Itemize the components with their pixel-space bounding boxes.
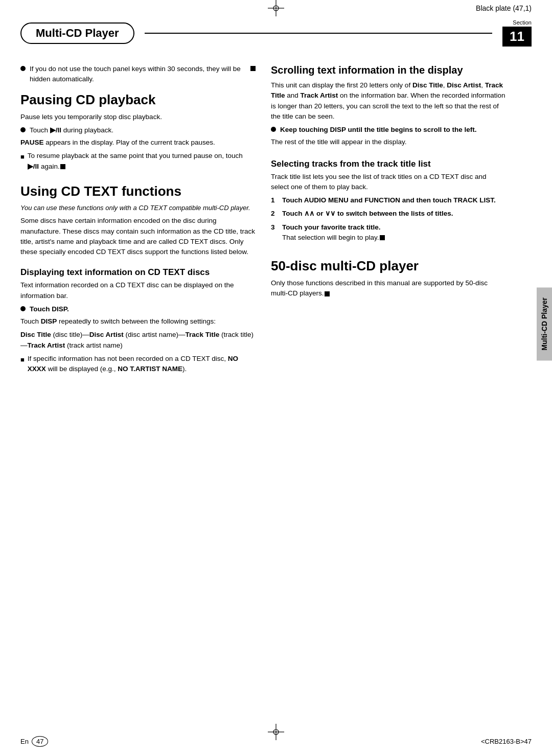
step-3-number: 3 [271, 222, 278, 233]
pausing-heading: Pausing CD playback [20, 92, 256, 108]
disc-artist-r: Disc Artist [447, 81, 481, 89]
step-3: 3 Touch your favorite track title. That … [271, 222, 506, 243]
disp-bold: DISP [41, 317, 57, 325]
keep-touching-body: The rest of the title will appear in the… [271, 137, 506, 147]
step-2-number: 2 [271, 209, 278, 219]
fifty-heading: 50-disc multi-CD player [271, 258, 506, 274]
scrolling-heading: Scrolling text information in the displa… [271, 64, 506, 76]
touch-disp-label: Touch DISP. [30, 304, 69, 314]
disc-artist-bold: Disc Artist [89, 331, 124, 338]
step-3-bold: Touch your favorite track title. [282, 223, 381, 231]
step-1-text: Touch AUDIO MENU and FUNCTION and then t… [282, 195, 496, 205]
fifty-body: Only those functions described in this m… [271, 278, 506, 299]
crb-label: <CRB2163-B>47 [481, 738, 532, 745]
selecting-heading: Selecting tracks from the track title li… [271, 159, 506, 169]
resume-text: To resume playback at the same point tha… [28, 151, 256, 172]
stop-icon-1 [250, 66, 256, 71]
track-artist-bold: Track Artist [28, 341, 65, 349]
touch-play-label: Touch ▶/II during playback. [30, 125, 113, 135]
bullet-circle-icon [20, 66, 26, 71]
top-crosshair [268, 0, 284, 18]
step-3-text: Touch your favorite track title. That se… [282, 222, 385, 243]
section-number-box: 11 [502, 27, 532, 47]
step-3-body: That selection will begin to play. [282, 234, 385, 241]
title-pill: Multi-CD Player [20, 22, 134, 44]
left-column: If you do not use the touch panel keys w… [20, 54, 256, 377]
keep-touching-bullet: Keep touching DISP until the title begin… [271, 125, 506, 135]
disc-title-bold: Disc Title [20, 331, 51, 338]
footer: En 47 <CRB2163-B>47 [0, 736, 552, 747]
using-body: Some discs have certain information enco… [20, 216, 256, 257]
bullet-touch-panel: If you do not use the touch panel keys w… [20, 64, 256, 85]
title-line [145, 33, 492, 34]
main-content: If you do not use the touch panel keys w… [0, 54, 552, 377]
specific-info-bullet: ■ If specific information has not been r… [20, 354, 256, 375]
section-box-container: Section 11 [502, 19, 532, 47]
right-column: Scrolling text information in the displa… [271, 54, 506, 377]
stop-icon-3 [380, 235, 385, 240]
page-title: Multi-CD Player [36, 27, 119, 39]
displaying-heading: Displaying text information on CD TEXT d… [20, 267, 256, 278]
touch-disp-bullet: Touch DISP. [20, 304, 256, 314]
pause-description: PAUSE appears in the display. Play of th… [20, 138, 256, 148]
displaying-body: Text information recorded on a CD TEXT d… [20, 280, 256, 301]
touch-disp-body: Touch DISP repeatedly to switch between … [20, 316, 256, 327]
square-bullet-sym-2: ■ [20, 355, 25, 365]
stop-icon-2 [60, 164, 65, 169]
resume-bold: ▶/II [28, 163, 39, 170]
track-artist-r: Track Artist [301, 91, 338, 99]
page-number: 47 [32, 736, 48, 747]
square-bullet-sym: ■ [20, 152, 25, 162]
sidebar-label: Multi-CD Player [540, 297, 548, 350]
disc-title-line: Disc Title (disc title)—Disc Artist (dis… [20, 330, 256, 351]
touch-play-bullet: Touch ▶/II during playback. [20, 125, 256, 135]
resume-bullet: ■ To resume playback at the same point t… [20, 151, 256, 172]
disc-title-r: Disc Title [412, 81, 443, 89]
play-pause-icon: ▶/II [50, 126, 61, 134]
step-1: 1 Touch AUDIO MENU and FUNCTION and then… [271, 195, 506, 205]
pause-bold: PAUSE [20, 139, 44, 146]
section-label: Section [513, 19, 532, 26]
step2-bold: Touch ∧∧ or ∨∨ to switch between the lis… [282, 210, 453, 217]
selecting-body: Track title list lets you see the list o… [271, 172, 506, 193]
bullet-circle-disp [20, 306, 26, 311]
track-title-bold: Track Title [186, 331, 220, 338]
pausing-intro: Pause lets you temporarily stop disc pla… [20, 112, 256, 122]
using-italic: You can use these functions only with a … [20, 203, 256, 213]
bullet-circle-play [20, 127, 26, 132]
using-heading: Using CD TEXT functions [20, 184, 256, 199]
scrolling-body: This unit can display the first 20 lette… [271, 80, 506, 122]
bullet-circle-keep [271, 127, 276, 132]
specific-info-text: If specific information has not been rec… [28, 354, 256, 375]
page-container: Black plate (47,1) Multi-CD Player Secti… [0, 0, 552, 756]
plate-label: Black plate (47,1) [476, 4, 532, 12]
step-1-number: 1 [271, 195, 278, 205]
bullet-touch-panel-text: If you do not use the touch panel keys w… [30, 64, 249, 85]
header-row: Multi-CD Player Section 11 [0, 14, 552, 47]
footer-en: En 47 [20, 736, 48, 747]
stop-icon-4 [325, 291, 330, 296]
en-label: En [20, 738, 29, 745]
step-2: 2 Touch ∧∧ or ∨∨ to switch between the l… [271, 209, 506, 219]
step-2-text: Touch ∧∧ or ∨∨ to switch between the lis… [282, 209, 453, 219]
keep-touching-label: Keep touching DISP until the title begin… [280, 125, 477, 135]
vertical-sidebar: Multi-CD Player [537, 287, 552, 360]
no-tname-bold: NO T.ARTIST NAME [118, 365, 182, 373]
